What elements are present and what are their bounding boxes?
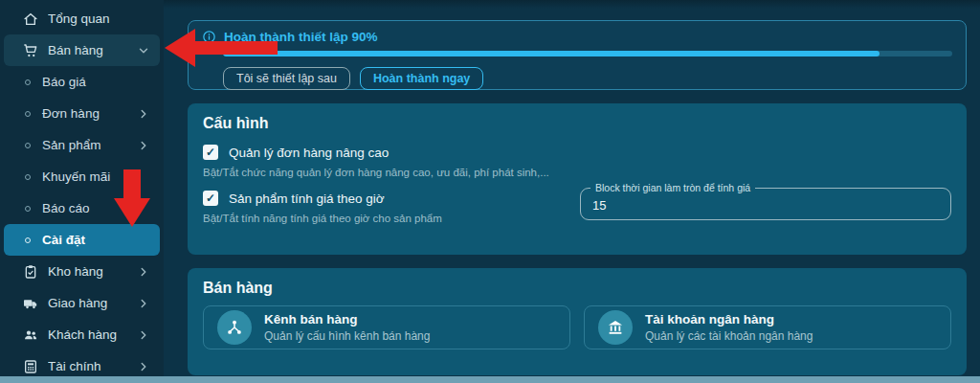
- setting-label: Quản lý đơn hàng nâng cao: [229, 146, 389, 160]
- sidebar-item-label: Khách hàng: [48, 327, 127, 342]
- bullet-icon: [25, 79, 31, 85]
- progress-bar-fill: [223, 51, 880, 56]
- setup-progress-banner: Hoàn thành thiết lập 90% Tôi sẽ thiết lậ…: [188, 20, 967, 90]
- block-time-field: Block thời gian làm tròn để tính giá: [580, 188, 951, 220]
- sidebar-item-tong-quan[interactable]: Tổng quan: [4, 3, 160, 34]
- chevron-down-icon: [137, 44, 150, 57]
- setting-hourly-pricing: Sản phẩm tính giá theo giờ Bật/Tắt tính …: [203, 191, 555, 224]
- home-icon: [23, 11, 38, 27]
- sidebar-item-bao-gia[interactable]: Báo giá: [4, 66, 160, 98]
- sidebar-item-label: Cài đặt: [42, 233, 150, 247]
- calculator-icon: [23, 359, 38, 374]
- chevron-right-icon: [137, 107, 150, 121]
- sidebar-item-label: Sản phẩm: [42, 138, 125, 152]
- sidebar-item-label: Đơn hàng: [42, 106, 125, 121]
- sidebar-item-label: Tài chính: [48, 359, 127, 373]
- bullet-icon: [25, 237, 31, 243]
- bullet-icon: [25, 206, 31, 212]
- sidebar-item-label: Báo giá: [42, 75, 150, 89]
- info-icon: [202, 30, 216, 44]
- sidebar-item-kho-hang[interactable]: Kho hàng: [4, 256, 160, 287]
- sidebar-item-cai-dat[interactable]: Cài đặt: [4, 224, 160, 256]
- bullet-icon: [25, 143, 31, 148]
- sidebar-item-label: Kho hàng: [48, 264, 127, 279]
- share-network-icon: [217, 310, 252, 345]
- sales-panel: Bán hàng Kênh bán hàng Quản lý cấu hình …: [188, 268, 967, 375]
- chevron-right-icon: [137, 139, 150, 152]
- config-panel-title: Cấu hình: [203, 115, 951, 132]
- bank-icon: [598, 310, 633, 345]
- sidebar-item-khuyen-mai[interactable]: Khuyến mãi: [4, 161, 160, 192]
- block-time-input[interactable]: [592, 198, 939, 213]
- finish-now-button[interactable]: Hoàn thành ngay: [360, 67, 483, 90]
- chevron-right-icon: [137, 297, 150, 310]
- sidebar-item-label: Bán hàng: [48, 43, 127, 57]
- truck-icon: [23, 296, 38, 311]
- users-icon: [23, 327, 38, 343]
- setting-description: Bật/Tắt tính năng tính giá theo giờ cho …: [203, 213, 555, 224]
- chevron-right-icon: [137, 328, 150, 342]
- sales-panel-title: Bán hàng: [203, 280, 951, 297]
- card-title: Kênh bán hàng: [264, 312, 430, 327]
- progress-bar: [223, 51, 952, 56]
- main-content: Hoàn thành thiết lập 90% Tôi sẽ thiết lậ…: [164, 0, 980, 383]
- sidebar-item-label: Tổng quan: [48, 11, 150, 26]
- setting-advanced-orders: Quản lý đơn hàng nâng cao Bật/Tắt chức n…: [203, 145, 951, 178]
- chevron-right-icon: [137, 360, 150, 373]
- card-description: Quản lý các tài khoản ngân hàng: [645, 329, 813, 343]
- setup-later-button[interactable]: Tôi sẽ thiết lập sau: [223, 67, 350, 90]
- hourly-pricing-checkbox[interactable]: [203, 191, 218, 206]
- sidebar: Tổng quan Bán hàng Báo giá Đơn hàng Sản …: [0, 0, 164, 383]
- sidebar-item-khach-hang[interactable]: Khách hàng: [4, 319, 160, 350]
- card-description: Quản lý cấu hình kênh bán hàng: [264, 329, 430, 343]
- cart-icon: [23, 43, 38, 58]
- card-title: Tài khoản ngân hàng: [645, 312, 813, 327]
- sidebar-item-san-pham[interactable]: Sản phẩm: [4, 129, 160, 161]
- sidebar-item-don-hang[interactable]: Đơn hàng: [4, 98, 160, 129]
- chevron-right-icon: [137, 265, 150, 279]
- advanced-orders-checkbox[interactable]: [203, 145, 218, 160]
- sidebar-item-label: Báo cáo: [42, 201, 150, 215]
- sidebar-item-bao-cao[interactable]: Báo cáo: [4, 192, 160, 224]
- setting-label: Sản phẩm tính giá theo giờ: [229, 192, 385, 206]
- sidebar-item-label: Khuyến mãi: [42, 169, 150, 184]
- clipboard-check-icon: [23, 264, 38, 280]
- sidebar-item-giao-hang[interactable]: Giao hàng: [4, 287, 160, 319]
- bullet-icon: [25, 174, 31, 180]
- bullet-icon: [25, 111, 31, 117]
- setting-description: Bật/Tắt chức năng quản lý đơn hàng nâng …: [203, 167, 951, 178]
- bank-accounts-card[interactable]: Tài khoản ngân hàng Quản lý các tài khoả…: [584, 305, 951, 349]
- sidebar-item-label: Giao hàng: [48, 296, 127, 310]
- config-panel: Cấu hình Quản lý đơn hàng nâng cao Bật/T…: [188, 103, 967, 255]
- sales-channel-card[interactable]: Kênh bán hàng Quản lý cấu hình kênh bán …: [203, 305, 570, 349]
- sidebar-item-ban-hang[interactable]: Bán hàng: [4, 34, 160, 66]
- bottom-edge-strip: [0, 376, 980, 383]
- setup-progress-title: Hoàn thành thiết lập 90%: [224, 30, 378, 44]
- block-time-field-label: Block thời gian làm tròn để tính giá: [590, 182, 755, 193]
